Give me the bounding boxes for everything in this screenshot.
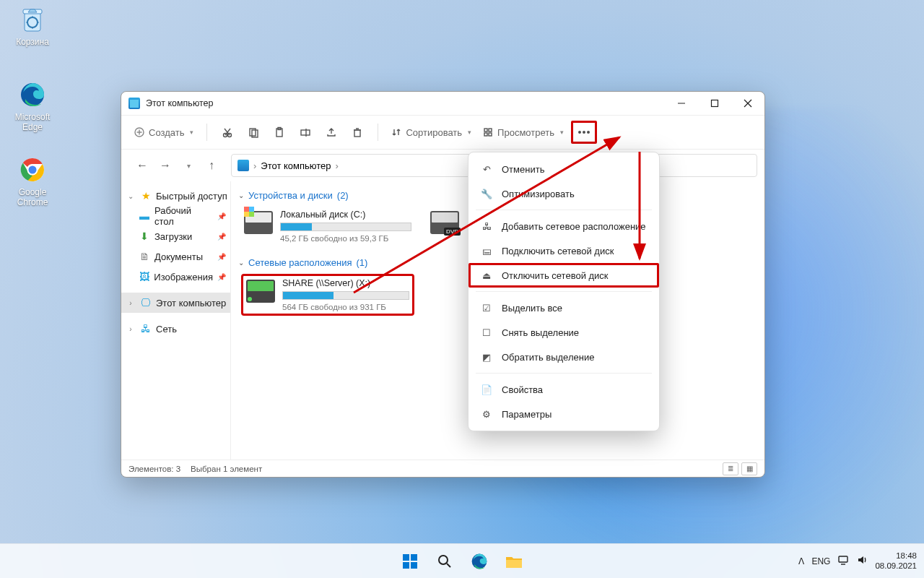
usage-bar [282, 291, 409, 300]
copy-button[interactable] [242, 121, 265, 144]
drive-local-c[interactable]: Локальный диск (C:) 45,2 ГБ свободно из … [241, 207, 414, 246]
up-button[interactable]: ↑ [201, 155, 222, 176]
minimize-button[interactable] [665, 92, 698, 115]
tray-volume-icon[interactable] [856, 554, 868, 568]
map-net-drive-icon: 🖴 [480, 246, 493, 256]
taskbar-edge[interactable] [464, 546, 494, 577]
svg-rect-29 [484, 133, 487, 136]
sidebar-item-downloads[interactable]: ⬇Загрузки📌 [121, 226, 230, 246]
svg-rect-22 [301, 130, 310, 135]
menu-item-label: Отключить сетевой диск [502, 270, 609, 281]
menu-item-label: Выделить все [502, 303, 562, 314]
more-button[interactable] [571, 121, 597, 144]
desktop-icon-edge[interactable]: Microsoft Edge [6, 79, 59, 133]
options-icon: ⚙ [480, 409, 493, 420]
svg-rect-38 [403, 562, 409, 569]
menu-item-select-none[interactable]: ☐Снять выделение [468, 320, 659, 345]
search-button[interactable] [430, 546, 460, 577]
menu-item-invert-selection[interactable]: ◩Обратить выделение [468, 345, 659, 369]
view-details-button[interactable]: ≣ [723, 462, 738, 475]
desktop-icon-label: Google Chrome [6, 188, 59, 208]
sidebar-network[interactable]: ›🖧Сеть [121, 319, 230, 339]
optimize-icon: 🔧 [480, 189, 493, 199]
svg-point-33 [588, 131, 590, 134]
menu-item-label: Свойства [502, 384, 543, 395]
taskbar-explorer[interactable] [499, 546, 529, 577]
toolbar: Создать▾ Сортировать▾ Просмотреть▾ [121, 115, 764, 150]
recent-button[interactable]: ▾ [178, 155, 199, 176]
svg-rect-27 [484, 129, 487, 131]
menu-item-properties[interactable]: 📄Свойства [468, 377, 659, 402]
menu-item-undo[interactable]: ↶Отменить [468, 157, 659, 181]
new-button[interactable]: Создать▾ [130, 121, 198, 144]
menu-item-add-net-location[interactable]: 🖧Добавить сетевое расположение [468, 214, 659, 238]
edge-icon [17, 79, 48, 110]
sidebar-item-pictures[interactable]: 🖼Изображения📌 [121, 267, 230, 287]
breadcrumb-root[interactable]: Этот компьютер [261, 160, 331, 171]
share-button[interactable] [320, 121, 343, 144]
menu-item-label: Снять выделение [502, 327, 579, 338]
properties-icon: 📄 [480, 384, 493, 395]
drive-network-x[interactable]: SHARE (\\Server) (X:) 564 ГБ свободно из… [241, 274, 414, 316]
forward-button[interactable]: → [154, 155, 176, 176]
this-pc-icon [128, 98, 140, 109]
sidebar-quick-access[interactable]: ⌄★ Быстрый доступ [121, 186, 230, 206]
start-button[interactable] [395, 546, 425, 577]
cut-button[interactable] [216, 121, 239, 144]
window-title: Этот компьютер [146, 98, 213, 108]
disconnect-net-drive-icon: ⏏ [480, 270, 493, 281]
menu-item-label: Обратить выделение [502, 352, 594, 363]
rename-button[interactable] [294, 121, 317, 144]
sort-button[interactable]: Сортировать▾ [387, 121, 476, 144]
view-button[interactable]: Просмотреть▾ [479, 121, 568, 144]
delete-button[interactable] [346, 121, 369, 144]
maximize-button[interactable] [698, 92, 731, 115]
sidebar: ⌄★ Быстрый доступ ▬Рабочий стол📌 ⬇Загруз… [121, 181, 231, 460]
desktop-icon-label: Корзина [6, 38, 59, 48]
titlebar[interactable]: Этот компьютер [121, 92, 764, 115]
tray-lang[interactable]: ENG [811, 556, 830, 566]
sidebar-item-documents[interactable]: 🗎Документы📌 [121, 246, 230, 267]
desktop-icon-chrome[interactable]: Google Chrome [6, 155, 59, 208]
svg-rect-8 [712, 100, 718, 107]
menu-item-label: Параметры [502, 409, 552, 420]
recycle-bin-icon [17, 4, 48, 35]
view-large-button[interactable]: ▦ [741, 462, 757, 475]
menu-item-disconnect-net-drive[interactable]: ⏏Отключить сетевой диск [468, 263, 659, 288]
tray-network-icon[interactable] [837, 554, 849, 568]
add-net-location-icon: 🖧 [480, 221, 493, 232]
menu-item-map-net-drive[interactable]: 🖴Подключить сетевой диск [468, 238, 659, 263]
svg-rect-37 [411, 554, 417, 561]
invert-selection-icon: ◩ [480, 352, 493, 363]
pin-icon: 📌 [217, 253, 226, 261]
more-context-menu: ↶Отменить🔧Оптимизировать🖧Добавить сетево… [468, 152, 660, 431]
undo-icon: ↶ [480, 164, 493, 175]
svg-point-40 [439, 556, 448, 564]
tray-clock[interactable]: 18:48 08.09.2021 [875, 551, 917, 570]
select-none-icon: ☐ [480, 327, 493, 338]
dvd-drive-icon: DVD [430, 211, 459, 234]
status-selected: Выбран 1 элемент [191, 465, 262, 473]
menu-item-options[interactable]: ⚙Параметры [468, 402, 659, 426]
taskbar: ᐱ ENG 18:48 08.09.2021 [0, 543, 924, 578]
tray-chevron-icon[interactable]: ᐱ [798, 556, 804, 566]
status-item-count: Элементов: 3 [128, 465, 180, 473]
pin-icon: 📌 [217, 212, 226, 220]
svg-rect-28 [489, 129, 492, 131]
sidebar-item-desktop[interactable]: ▬Рабочий стол📌 [121, 206, 230, 226]
chrome-icon [17, 155, 48, 185]
menu-item-select-all[interactable]: ☑Выделить все [468, 296, 659, 320]
paste-button[interactable] [268, 121, 291, 144]
sidebar-this-pc[interactable]: ›🖵Этот компьютер [121, 293, 230, 313]
status-bar: Элементов: 3 Выбран 1 элемент ≣ ▦ [121, 460, 764, 477]
svg-rect-36 [403, 554, 409, 561]
menu-item-label: Отменить [502, 164, 544, 175]
close-button[interactable] [731, 92, 764, 115]
usage-bar [280, 223, 411, 231]
svg-line-41 [447, 564, 450, 567]
menu-item-optimize[interactable]: 🔧Оптимизировать [468, 181, 659, 206]
svg-point-32 [583, 131, 585, 134]
desktop-icon-recycle-bin[interactable]: Корзина [6, 4, 59, 48]
back-button[interactable]: ← [131, 155, 153, 176]
network-drive-icon [246, 280, 275, 303]
